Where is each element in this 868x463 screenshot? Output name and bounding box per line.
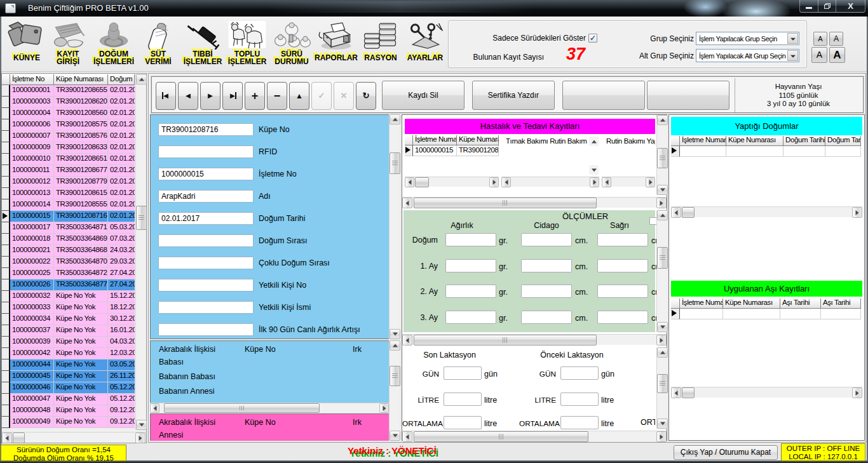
font-size-button-3[interactable]: A	[811, 47, 827, 63]
animal-row[interactable]: 1000000033Küpe No Yok18.12.20	[2, 302, 135, 314]
memo2-hscrollbar[interactable]	[602, 177, 655, 187]
health-memo-1[interactable]: Tırnak Bakımı Rutin Bakım	[501, 135, 599, 177]
health-memo-2[interactable]: Rutin Bakımı Yapıldı	[602, 135, 655, 177]
vacc-grid-row[interactable]	[671, 309, 861, 319]
measurement-input[interactable]	[445, 259, 496, 272]
scroll-right-button[interactable]	[646, 177, 655, 187]
scrollbar-thumb[interactable]	[414, 198, 597, 208]
measurements-vscrollbar[interactable]	[656, 210, 667, 332]
scroll-right-button[interactable]	[489, 177, 499, 187]
animal-row[interactable]: 1000000015TR3900120871602.01.20	[2, 211, 135, 222]
lactation-right-input[interactable]	[560, 366, 599, 380]
scrollbar-thumb[interactable]	[657, 374, 668, 393]
animal-row[interactable]: 1000000009TR3900120863302.01.20	[2, 142, 135, 154]
minimize-button[interactable]	[799, 0, 818, 13]
scroll-up-button[interactable]	[657, 210, 668, 220]
health-vscrollbar[interactable]	[656, 115, 667, 195]
form-field-6[interactable]	[158, 234, 254, 247]
animal-row[interactable]: 1000000011TR3900120867702.01.20	[2, 165, 135, 177]
measurement-input[interactable]	[445, 233, 496, 246]
scrollbar-thumb[interactable]	[390, 366, 400, 386]
scroll-left-button[interactable]	[501, 177, 511, 187]
animal-row[interactable]: 1000000034Küpe No Yok30.12.20	[2, 314, 135, 325]
column-header[interactable]: Aşı Tarihi	[821, 299, 861, 309]
nav-next-button[interactable]: ►	[200, 82, 220, 110]
form-field-5[interactable]: 02.01.2017	[158, 212, 254, 225]
font-size-button-4[interactable]: A	[829, 47, 845, 63]
animal-row[interactable]: 1000000039Küpe No Yok04.03.20	[2, 337, 135, 348]
births-hscrollbar[interactable]	[671, 206, 862, 217]
measurement-input[interactable]	[521, 259, 572, 272]
animal-row[interactable]: 1000000025TR3500336487227.04.20	[2, 268, 135, 279]
animal-row[interactable]: 1000000047Küpe No Yok05.12.20	[2, 394, 135, 405]
animal-row[interactable]: 1000000003TR3900120862002.01.20	[2, 97, 135, 108]
scroll-left-button[interactable]	[402, 198, 412, 208]
lactation-left-input[interactable]	[444, 393, 482, 406]
scrollbar-thumb[interactable]	[657, 247, 668, 269]
scroll-up-button[interactable]	[136, 74, 147, 84]
toolbar-button-rasyon[interactable]: RASYON	[359, 18, 402, 70]
scroll-left-button[interactable]	[602, 177, 611, 187]
form-field-9[interactable]	[158, 301, 254, 314]
logout-button[interactable]: Çıkış Yap / Oturumu Kapat	[674, 445, 778, 460]
scrollbar-thumb[interactable]	[682, 207, 695, 218]
animal-row[interactable]: 1000000048Küpe No Yok09.12.20	[2, 405, 135, 417]
nav-edit-button[interactable]: ▲	[289, 82, 309, 110]
measurement-input[interactable]	[521, 311, 572, 324]
animal-row[interactable]: 1000000004TR3900120856002.01.20	[2, 108, 135, 119]
column-header[interactable]: Küpe Numarası	[726, 136, 783, 146]
scroll-left-button[interactable]	[402, 431, 412, 442]
nav-first-button[interactable]: ◄	[156, 82, 176, 110]
scroll-left-button[interactable]	[671, 207, 681, 218]
births-grid-row[interactable]	[671, 146, 861, 157]
nav-insert-button[interactable]: +	[245, 82, 265, 110]
scroll-right-button[interactable]	[135, 433, 146, 443]
animal-row[interactable]: 1000000037Küpe No Yok16.01.20	[2, 325, 135, 337]
form-field-8[interactable]	[158, 279, 254, 292]
animal-row[interactable]: 1000000014TR3900120855502.01.20	[2, 199, 135, 211]
measurement-input[interactable]	[597, 233, 648, 246]
form-vscrollbar[interactable]	[389, 114, 400, 339]
animal-row[interactable]: 1000000013TR3900120861502.01.20	[2, 188, 135, 199]
animal-row[interactable]: 1000000007TR3900120857602.01.20	[2, 131, 135, 142]
animal-row[interactable]: 1000000022TR3500336487029.03.20	[2, 257, 135, 268]
form-field-7[interactable]	[158, 257, 254, 269]
column-header[interactable]: İşletme Numarası	[413, 135, 457, 145]
restore-button[interactable]	[818, 0, 836, 13]
scroll-right-button[interactable]	[656, 335, 667, 346]
nav-prior-button[interactable]: ◄	[178, 82, 198, 110]
animal-grid-hscrollbar[interactable]	[2, 432, 146, 443]
toolbar-button-suru-durumu[interactable]: SÜRÜ DURUMU	[270, 18, 313, 70]
memo1-hscrollbar[interactable]	[501, 177, 599, 187]
lactation-left-input[interactable]	[444, 416, 482, 429]
scroll-left-button[interactable]	[402, 335, 412, 346]
nav-refresh-button[interactable]: ↻	[356, 82, 376, 110]
scrollbar-thumb[interactable]	[414, 335, 597, 346]
lactation-vscrollbar[interactable]	[656, 347, 667, 429]
action-button-empty-4[interactable]	[647, 81, 729, 110]
scroll-up-button[interactable]	[657, 347, 668, 358]
relatives-vscrollbar[interactable]	[389, 340, 400, 441]
column-header[interactable]: Doğum Tarihi	[825, 136, 861, 146]
measurements-hscrollbar[interactable]	[402, 334, 667, 345]
group-combobox[interactable]: İşlem Yapılacak Grup Seçin	[696, 32, 799, 45]
action-button-empty-3[interactable]	[562, 81, 645, 110]
lactation-hscrollbar[interactable]	[402, 431, 667, 441]
health-grid-row[interactable]: 1000000015TR39001208	[405, 145, 499, 156]
scroll-left-button[interactable]	[150, 403, 159, 413]
scroll-up-button[interactable]	[390, 340, 400, 351]
form-field-10[interactable]	[158, 323, 254, 336]
form-field-3[interactable]: 1000000015	[158, 168, 254, 180]
scroll-down-button[interactable]	[589, 165, 599, 175]
column-header[interactable]: Küpe Numarası	[54, 74, 108, 85]
measurement-input[interactable]	[597, 259, 648, 272]
animal-row[interactable]: 1000000049Küpe No Yok09.12.20	[2, 417, 135, 428]
scroll-right-button[interactable]	[656, 431, 667, 442]
animal-row[interactable]: 1000000042Küpe No Yok12.03.20	[2, 348, 135, 359]
scroll-down-button[interactable]	[390, 431, 400, 441]
font-size-button-1[interactable]: A	[813, 32, 827, 46]
column-header[interactable]: Doğum Tarihi	[108, 74, 135, 85]
vaccines-hscrollbar[interactable]	[671, 387, 862, 398]
animal-row[interactable]: 1000000006TR3900120857502.01.20	[2, 119, 135, 131]
animal-row[interactable]: 1000000001TR3900120865502.01.20	[2, 85, 135, 97]
